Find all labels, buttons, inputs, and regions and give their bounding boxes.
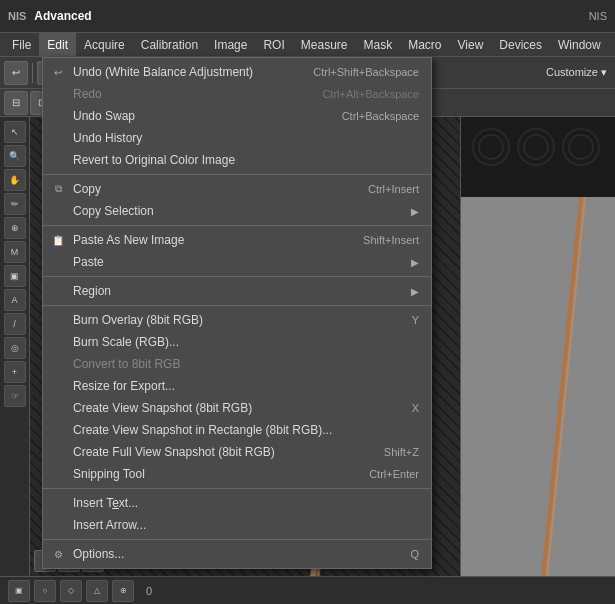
paste-arrow: ▶	[411, 257, 419, 268]
title-bar-right: NIS	[589, 10, 607, 22]
menu-section-region: Region ▶	[43, 277, 431, 306]
menu-burn-scale[interactable]: Burn Scale (RGB)...	[43, 331, 431, 353]
toolbar-sep-1	[32, 63, 33, 83]
snipping-icon	[49, 465, 67, 483]
left-btn-hand[interactable]: ☞	[4, 385, 26, 407]
undo-icon: ↩	[49, 63, 67, 81]
menu-section-burn: Burn Overlay (8bit RGB) Y Burn Scale (RG…	[43, 306, 431, 489]
menu-measure[interactable]: Measure	[293, 33, 356, 57]
left-btn-pan[interactable]: ✋	[4, 169, 26, 191]
menu-file[interactable]: File	[4, 33, 39, 57]
status-btn-1[interactable]: ▣	[8, 580, 30, 602]
menu-undo-swap[interactable]: Undo Swap Ctrl+Backspace	[43, 105, 431, 127]
menu-burn-overlay[interactable]: Burn Overlay (8bit RGB) Y	[43, 309, 431, 331]
left-btn-draw[interactable]: ✏	[4, 193, 26, 215]
menu-mask[interactable]: Mask	[355, 33, 400, 57]
title-bar: NIS Advanced NIS	[0, 0, 615, 33]
menu-edit[interactable]: Edit	[39, 33, 76, 57]
menu-roi[interactable]: ROI	[255, 33, 292, 57]
menu-bar: File Edit Acquire Calibration Image ROI …	[0, 33, 615, 57]
menu-window[interactable]: Window	[550, 33, 609, 57]
copy-icon: ⧉	[49, 180, 67, 198]
revert-icon	[49, 151, 67, 169]
region-icon	[49, 282, 67, 300]
copy-sel-icon	[49, 202, 67, 220]
menu-create-full-snapshot[interactable]: Create Full View Snapshot (8bit RGB) Shi…	[43, 441, 431, 463]
left-btn-plus[interactable]: +	[4, 361, 26, 383]
resize-icon	[49, 377, 67, 395]
right-panel-bottom	[461, 197, 615, 576]
toolbar2-btn-1[interactable]: ⊟	[4, 91, 28, 115]
insert-text-icon	[49, 494, 67, 512]
menu-undo-history[interactable]: Undo History	[43, 127, 431, 149]
menu-macro[interactable]: Macro	[400, 33, 449, 57]
burn-scale-icon	[49, 333, 67, 351]
status-btn-2[interactable]: ○	[34, 580, 56, 602]
menu-section-paste: 📋 Paste As New Image Shift+Insert Paste …	[43, 226, 431, 277]
app-logo: NIS	[8, 10, 26, 22]
left-toolbar: ↖ 🔍 ✋ ✏ ⊕ M ▣ A / ◎ + ☞	[0, 117, 30, 576]
gear-icon: ⚙	[49, 545, 67, 563]
status-value: 0	[146, 585, 152, 597]
left-btn-annotate[interactable]: A	[4, 289, 26, 311]
menu-devices[interactable]: Devices	[491, 33, 550, 57]
app-title: Advanced	[34, 9, 91, 23]
menu-calibration[interactable]: Calibration	[133, 33, 206, 57]
status-btn-3[interactable]: ◇	[60, 580, 82, 602]
menu-acquire[interactable]: Acquire	[76, 33, 133, 57]
menu-snipping-tool[interactable]: Snipping Tool Ctrl+Enter	[43, 463, 431, 485]
swap-icon	[49, 107, 67, 125]
status-btn-5[interactable]: ⊕	[112, 580, 134, 602]
menu-paste[interactable]: Paste ▶	[43, 251, 431, 273]
menu-section-insert: Insert Text... Insert Arrow...	[43, 489, 431, 540]
right-image-light	[461, 197, 615, 576]
left-btn-zoom[interactable]: 🔍	[4, 145, 26, 167]
paste-sub-icon	[49, 253, 67, 271]
insert-arrow-icon	[49, 516, 67, 534]
menu-section-copy: ⧉ Copy Ctrl+Insert Copy Selection ▶	[43, 175, 431, 226]
customize-toolbar[interactable]: Customize ▾	[542, 64, 611, 81]
menu-copy-selection[interactable]: Copy Selection ▶	[43, 200, 431, 222]
menu-section-options: ⚙ Options... Q	[43, 540, 431, 568]
redo-icon	[49, 85, 67, 103]
menu-insert-text[interactable]: Insert Text...	[43, 492, 431, 514]
menu-view[interactable]: View	[450, 33, 492, 57]
left-btn-line[interactable]: /	[4, 313, 26, 335]
status-bar: ▣ ○ ◇ △ ⊕ 0	[0, 576, 615, 604]
menu-create-snapshot[interactable]: Create View Snapshot (8bit RGB) X	[43, 397, 431, 419]
menu-redo[interactable]: Redo Ctrl+Alt+Backspace	[43, 83, 431, 105]
menu-revert[interactable]: Revert to Original Color Image	[43, 149, 431, 171]
menu-insert-arrow[interactable]: Insert Arrow...	[43, 514, 431, 536]
edit-dropdown-menu: ↩ Undo (White Balance Adjustment) Ctrl+S…	[42, 57, 432, 569]
history-icon	[49, 129, 67, 147]
menu-region[interactable]: Region ▶	[43, 280, 431, 302]
menu-resize-export[interactable]: Resize for Export...	[43, 375, 431, 397]
menu-section-undo: ↩ Undo (White Balance Adjustment) Ctrl+S…	[43, 58, 431, 175]
left-btn-roi[interactable]: ▣	[4, 265, 26, 287]
left-btn-cursor[interactable]: ↖	[4, 121, 26, 143]
right-thumbnail-dark	[461, 117, 615, 197]
snapshot-rect-icon	[49, 421, 67, 439]
snapshot-icon	[49, 399, 67, 417]
menu-application[interactable]: Application	[609, 33, 615, 57]
svg-rect-9	[461, 197, 615, 576]
menu-create-snapshot-rect[interactable]: Create View Snapshot in Rectangle (8bit …	[43, 419, 431, 441]
copy-sel-arrow: ▶	[411, 206, 419, 217]
menu-paste-new[interactable]: 📋 Paste As New Image Shift+Insert	[43, 229, 431, 251]
left-btn-eye[interactable]: ◎	[4, 337, 26, 359]
menu-undo[interactable]: ↩ Undo (White Balance Adjustment) Ctrl+S…	[43, 61, 431, 83]
menu-image[interactable]: Image	[206, 33, 255, 57]
left-btn-m[interactable]: M	[4, 241, 26, 263]
menu-copy[interactable]: ⧉ Copy Ctrl+Insert	[43, 178, 431, 200]
right-panel	[460, 117, 615, 576]
convert-icon	[49, 355, 67, 373]
menu-convert-8bit[interactable]: Convert to 8bit RGB	[43, 353, 431, 375]
left-btn-measure[interactable]: ⊕	[4, 217, 26, 239]
full-snapshot-icon	[49, 443, 67, 461]
paste-icon: 📋	[49, 231, 67, 249]
right-panel-top	[461, 117, 615, 197]
region-arrow: ▶	[411, 286, 419, 297]
toolbar-btn-1[interactable]: ↩	[4, 61, 28, 85]
status-btn-4[interactable]: △	[86, 580, 108, 602]
menu-options[interactable]: ⚙ Options... Q	[43, 543, 431, 565]
